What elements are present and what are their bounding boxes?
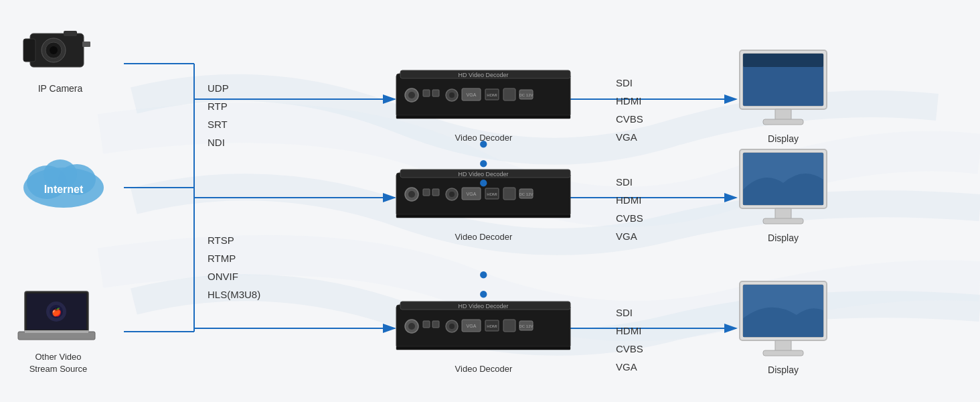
camera-icon [17, 20, 104, 77]
svg-rect-85 [743, 54, 823, 67]
svg-text:HD Video Decoder: HD Video Decoder [459, 72, 509, 78]
svg-text:🍎: 🍎 [52, 307, 62, 317]
ip-camera-node: IP Camera [17, 20, 104, 94]
svg-rect-44 [503, 88, 515, 100]
svg-text:Internet: Internet [44, 184, 84, 195]
svg-rect-92 [763, 218, 803, 224]
output-labels-bottom: SDI HDMI CVBS VGA [616, 304, 643, 376]
svg-rect-37 [432, 90, 439, 96]
monitor-bottom-icon [736, 278, 830, 358]
protocol-rtsp: RTSP [208, 231, 260, 249]
svg-rect-71 [432, 321, 439, 328]
output-cvbs-top: CVBS [616, 110, 643, 128]
svg-rect-78 [503, 320, 515, 332]
camera-label: IP Camera [17, 83, 104, 94]
svg-rect-64 [396, 214, 570, 218]
decoder-middle-label: Video Decoder [395, 232, 572, 242]
monitor-middle-icon [736, 146, 830, 226]
svg-text:DC 12V: DC 12V [519, 324, 533, 328]
diagram-container: IP Camera Internet 🍎 [0, 0, 980, 402]
svg-point-39 [449, 92, 455, 98]
svg-rect-65 [396, 305, 570, 348]
laptop-node: 🍎 Other VideoStream Source [15, 288, 102, 375]
protocol-rtp: RTP [208, 97, 229, 115]
output-labels-top: SDI HDMI CVBS VGA [616, 74, 643, 146]
svg-rect-17 [82, 42, 90, 47]
display-bottom: Display [736, 278, 830, 375]
decoder-bottom-icon: HD Video Decoder VGA HDMI DC 12V [395, 298, 572, 358]
svg-text:VGA: VGA [467, 324, 477, 328]
output-sdi-top: SDI [616, 74, 643, 92]
output-vga-bot: VGA [616, 358, 643, 376]
protocols-bottom: RTSP RTMP ONVIF HLS(M3U8) [208, 231, 260, 304]
svg-text:DC 12V: DC 12V [519, 93, 533, 97]
svg-text:HDMI: HDMI [487, 93, 497, 97]
display-bottom-label: Display [736, 364, 830, 375]
output-sdi-mid: SDI [616, 173, 643, 191]
svg-rect-53 [423, 189, 430, 196]
protocol-onvif: ONVIF [208, 267, 260, 285]
output-vga-mid: VGA [616, 227, 643, 245]
svg-rect-36 [423, 90, 430, 96]
svg-text:HD Video Decoder: HD Video Decoder [459, 303, 509, 310]
display-middle-label: Display [736, 232, 830, 243]
monitor-top-icon [736, 47, 830, 127]
svg-rect-16 [64, 31, 77, 36]
cloud-icon: Internet [13, 147, 114, 214]
svg-rect-54 [432, 189, 439, 196]
svg-text:VGA: VGA [467, 192, 477, 196]
output-labels-middle: SDI HDMI CVBS VGA [616, 173, 643, 245]
decoder-top: HD Video Decoder VGA HDMI DC 12V [395, 67, 572, 143]
protocol-udp: UDP [208, 79, 229, 97]
protocol-srt: SRT [208, 115, 229, 133]
svg-point-35 [408, 92, 415, 98]
svg-rect-81 [396, 346, 570, 350]
svg-rect-87 [763, 119, 803, 125]
protocol-rtmp: RTMP [208, 249, 260, 267]
protocol-hls: HLS(M3U8) [208, 285, 260, 304]
svg-rect-97 [763, 350, 803, 356]
display-top: Display [736, 47, 830, 144]
output-hdmi-bot: HDMI [616, 322, 643, 340]
svg-point-73 [449, 324, 455, 329]
svg-rect-31 [396, 74, 570, 117]
protocol-ndi: NDI [208, 133, 229, 151]
display-middle: Display [736, 146, 830, 243]
svg-point-69 [408, 323, 415, 330]
output-vga-top: VGA [616, 128, 643, 146]
decoder-bottom-label: Video Decoder [395, 364, 572, 374]
svg-point-52 [408, 191, 415, 198]
output-cvbs-bot: CVBS [616, 340, 643, 358]
dots-top: ●●● [479, 134, 489, 192]
svg-rect-61 [503, 188, 515, 200]
svg-rect-91 [775, 208, 791, 219]
svg-rect-96 [775, 340, 791, 351]
svg-text:HDMI: HDMI [487, 324, 497, 328]
decoder-bottom: HD Video Decoder VGA HDMI DC 12V Video D… [395, 298, 572, 374]
svg-point-14 [50, 46, 58, 54]
svg-rect-47 [396, 115, 570, 119]
display-top-label: Display [736, 133, 830, 144]
output-hdmi-mid: HDMI [616, 191, 643, 209]
output-hdmi-top: HDMI [616, 92, 643, 110]
protocols-top: UDP RTP SRT NDI [208, 79, 229, 151]
svg-text:DC 12V: DC 12V [519, 192, 533, 196]
internet-node: Internet [13, 147, 114, 217]
output-cvbs-mid: CVBS [616, 209, 643, 227]
laptop-label: Other VideoStream Source [15, 351, 102, 375]
svg-rect-30 [25, 330, 88, 333]
output-sdi-bot: SDI [616, 304, 643, 322]
svg-rect-70 [423, 321, 430, 328]
svg-point-56 [449, 192, 455, 197]
decoder-top-icon: HD Video Decoder VGA HDMI DC 12V [395, 67, 572, 127]
svg-text:HDMI: HDMI [487, 192, 497, 196]
svg-rect-86 [775, 109, 791, 120]
svg-text:VGA: VGA [467, 92, 477, 97]
laptop-icon: 🍎 [15, 288, 102, 345]
svg-rect-15 [23, 39, 35, 62]
